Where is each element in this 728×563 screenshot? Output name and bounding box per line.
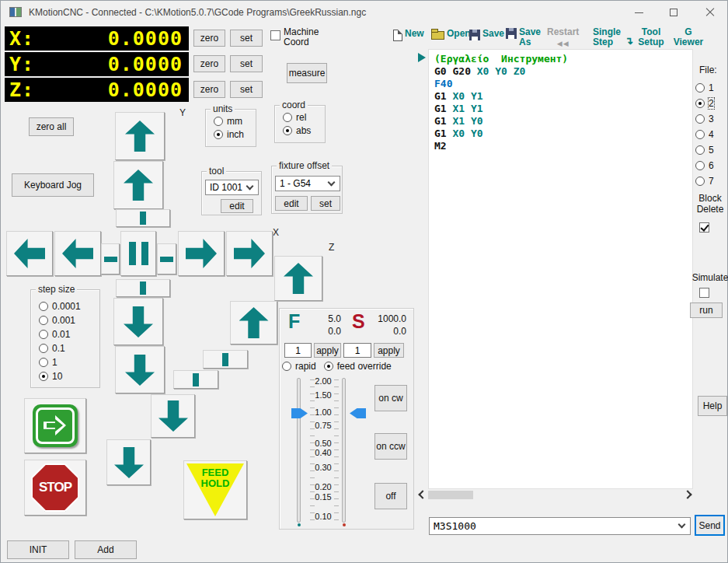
spindle-override-thumb[interactable] [350,408,366,418]
step-size-radio-0.1[interactable]: 0.1 [39,343,81,354]
toolbar-new[interactable]: New [393,29,424,41]
feedrate-input[interactable] [284,343,312,358]
step-z-plus-button[interactable] [203,350,248,369]
init-button[interactable]: INIT [7,540,69,559]
feed-override-track[interactable] [297,378,301,523]
coord-radio-rel[interactable]: rel [283,112,311,123]
jog-y-minus-fast-button[interactable] [115,346,165,393]
spindle-on-cw-button[interactable]: on cw [374,385,407,411]
gcode-segment: X0 Y0 Z0 [477,65,526,77]
units-radio-mm[interactable]: mm [214,116,244,127]
jog-z-minus-button[interactable] [151,394,195,438]
file-radio-2[interactable]: 2 [695,98,714,109]
spindle-override-track[interactable] [342,378,346,523]
minimize-button[interactable] [627,4,650,21]
feed-mode-radio-rapid[interactable]: rapid [282,361,316,372]
fixture-offset-combo[interactable]: 1 - G54 [275,176,340,191]
scroll-left-icon[interactable] [418,490,427,498]
feedrate-apply-button[interactable]: apply [314,343,341,358]
zero-y-button[interactable]: zero [193,55,225,72]
file-radio-label: 2 [709,98,714,109]
spindle-off-button[interactable]: off [374,483,407,509]
feed-override-thumb[interactable] [291,408,308,418]
zero-all-button[interactable]: zero all [29,117,74,136]
file-radio-3[interactable]: 3 [695,114,714,124]
step-size-radio-0.001[interactable]: 0.001 [39,315,81,326]
feed-hold-button[interactable]: FEED HOLD [183,460,247,519]
fixture-edit-button[interactable]: edit [275,196,308,211]
editor-horizontal-scrollbar[interactable] [417,489,693,501]
scroll-right-icon[interactable] [683,490,691,498]
tool-edit-button[interactable]: edit [221,199,253,213]
set-y-button[interactable]: set [230,55,263,72]
jog-pause-button[interactable] [120,231,156,276]
fixture-set-button[interactable]: set [311,196,340,211]
toolbar-save[interactable]: Save [469,29,504,40]
toolbar-single-step[interactable]: Single Step ↴ [593,27,633,47]
maximize-button[interactable] [662,4,685,21]
jog-x-minus-button[interactable] [54,231,101,276]
step-z-minus-button[interactable] [173,370,218,389]
set-z-button[interactable]: set [230,81,263,98]
mdi-combo[interactable]: M3S1000 [429,517,691,535]
coord-radio-abs[interactable]: abs [283,125,311,136]
tool-combo[interactable]: ID 1001 [205,180,259,195]
save-label: Save [482,29,504,39]
cycle-start-button[interactable] [24,398,86,453]
jog-z-plus-button[interactable] [230,301,277,344]
help-button[interactable]: Help [698,396,727,416]
file-radio-4[interactable]: 4 [695,129,714,140]
jog-y-minus-button[interactable] [113,298,163,345]
units-radio-inch[interactable]: inch [214,129,244,140]
machine-coord-checkbox[interactable] [270,30,280,40]
zero-x-button[interactable]: zero [193,30,225,47]
keyboard-jog-button[interactable]: Keyboard Jog [12,173,94,197]
tool-combo-value: ID 1001 [210,182,242,193]
toolbar-g-viewer[interactable]: G Viewer [671,27,706,47]
go-arrow-icon [33,404,78,447]
jog-y-plus-fast-button[interactable] [115,112,165,160]
zero-z-button[interactable]: zero [193,81,225,98]
measure-button[interactable]: measure [287,63,327,83]
coord-label: coord [280,100,308,110]
jog-z-plus-fast-button[interactable] [274,256,322,301]
run-button[interactable]: run [690,302,723,318]
gcode-editor[interactable]: (Εργαλείο Инструмент)G0 G20 X0 Y0 Z0F40G… [428,49,693,489]
spindle-input[interactable] [343,343,371,358]
file-radio-6[interactable]: 6 [695,160,714,171]
jog-x-plus-button[interactable] [178,231,225,276]
step-y-plus-button[interactable] [116,209,170,227]
radio-icon [282,362,291,371]
add-button[interactable]: Add [75,540,137,559]
jog-y-plus-button[interactable] [113,161,163,209]
step-size-radio-1[interactable]: 1 [39,357,81,368]
step-x-plus-button[interactable] [157,243,176,275]
block-delete-checkbox[interactable] [699,222,709,233]
file-radio-1[interactable]: 1 [695,82,714,93]
file-radio-7[interactable]: 7 [695,176,714,187]
feed-mode-radio-feed-override[interactable]: feed override [324,361,392,372]
jog-x-plus-fast-button[interactable] [226,231,273,276]
spindle-on-ccw-button[interactable]: on ccw [374,433,407,460]
stop-button[interactable]: STOP [24,460,86,516]
step-y-minus-button[interactable] [116,279,170,297]
step-size-radio-0.0001[interactable]: 0.0001 [39,301,81,312]
toolbar-restart[interactable]: Restart ◀◀ [547,27,579,47]
jog-x-minus-fast-button[interactable] [6,231,53,276]
simulate-checkbox[interactable] [699,288,709,298]
file-radio-5[interactable]: 5 [695,145,714,156]
arrow-down-icon [125,355,155,386]
step-size-radio-0.01[interactable]: 0.01 [39,329,81,340]
step-size-radio-10[interactable]: 10 [39,371,81,382]
step-x-minus-button[interactable] [101,243,120,275]
tool-label: tool [207,166,226,177]
close-button[interactable] [698,4,722,21]
set-x-button[interactable]: set [230,30,263,47]
toolbar-tool-setup[interactable]: Tool Setup [636,27,667,47]
jog-z-minus-fast-button[interactable] [106,439,151,485]
spindle-apply-button[interactable]: apply [374,343,404,358]
send-button[interactable]: Send [695,515,725,536]
scrollbar-thumb[interactable] [428,491,473,499]
toolbar-save-as[interactable]: Save As [506,27,545,47]
toolbar-open[interactable]: Open [431,29,471,40]
